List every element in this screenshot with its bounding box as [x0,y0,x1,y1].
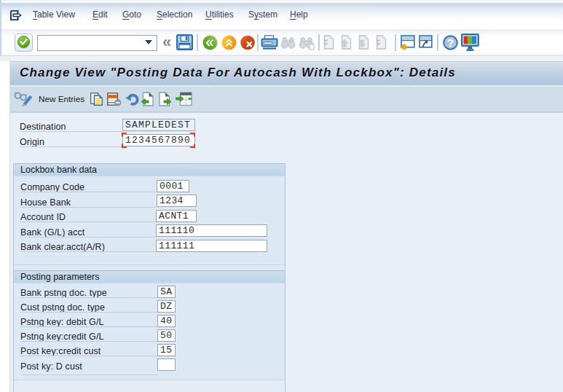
svg-text:?: ? [447,36,454,49]
